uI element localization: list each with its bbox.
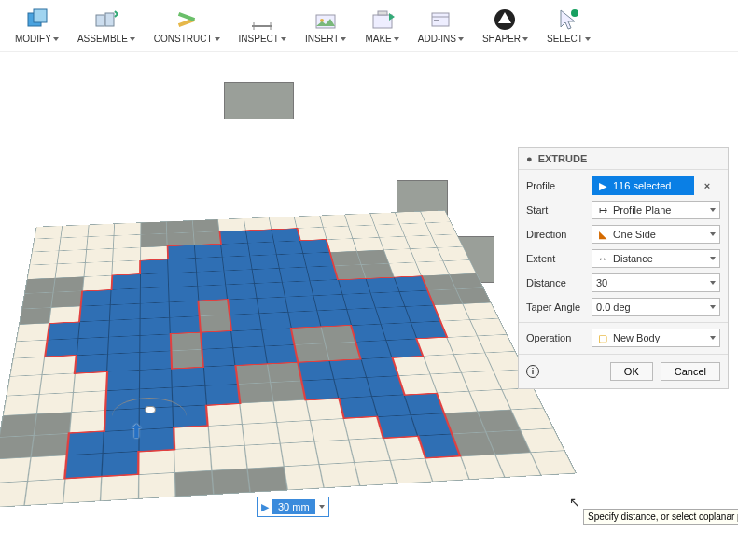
extent-dropdown[interactable]: ↔ Distance	[592, 249, 720, 268]
grid-cell[interactable]	[261, 328, 295, 346]
grid-cell[interactable]	[303, 252, 334, 267]
grid-cell[interactable]	[24, 278, 55, 294]
grid-cell[interactable]	[21, 292, 53, 309]
grid-cell[interactable]	[226, 284, 257, 300]
grid-cell[interactable]	[294, 216, 323, 229]
grid-cell[interactable]	[302, 379, 340, 399]
grid-cell[interactable]	[299, 360, 334, 380]
grid-cell[interactable]	[249, 255, 279, 270]
grid-cell[interactable]	[40, 373, 76, 394]
grid-cell[interactable]	[174, 426, 210, 449]
grid-cell[interactable]	[111, 288, 141, 304]
grid-cell[interactable]	[276, 254, 306, 269]
grid-cell[interactable]	[242, 422, 279, 445]
toolbar-assemble[interactable]: ASSEMBLE	[68, 4, 145, 48]
grid-cell[interactable]	[272, 400, 310, 423]
grid-cell[interactable]	[298, 227, 327, 240]
grid-cell[interactable]	[284, 464, 324, 490]
grid-cell[interactable]	[200, 315, 231, 332]
grid-cell[interactable]	[42, 356, 77, 375]
grid-cell[interactable]	[58, 249, 87, 263]
toolbar-addins[interactable]: ADD-INS	[409, 4, 473, 48]
grid-cell[interactable]	[140, 233, 167, 247]
grid-cell[interactable]	[166, 220, 193, 233]
grid-cell[interactable]	[114, 235, 141, 249]
grid-cell[interactable]	[61, 225, 89, 238]
grid-cell[interactable]	[279, 267, 310, 282]
grid-cell[interactable]	[45, 338, 78, 357]
grid-cell[interactable]	[276, 420, 314, 443]
grid-cell[interactable]	[78, 320, 110, 338]
grid-cell[interactable]	[108, 335, 140, 354]
grid-cell[interactable]	[167, 232, 194, 246]
grid-cell[interactable]	[208, 424, 244, 447]
grid-cell[interactable]	[75, 354, 108, 373]
grid-cell[interactable]	[231, 329, 264, 348]
grid-cell[interactable]	[88, 224, 115, 237]
grid-cell[interactable]	[320, 215, 349, 228]
grid-cell[interactable]	[462, 302, 498, 319]
grid-cell[interactable]	[171, 349, 203, 369]
grid-cell[interactable]	[197, 285, 227, 301]
profile-selection[interactable]: ▶ 116 selected	[592, 176, 694, 195]
grid-cell[interactable]	[285, 296, 317, 313]
taper-input[interactable]: 0.0 deg	[592, 298, 720, 316]
grid-cell[interactable]	[228, 298, 259, 315]
grid-cell[interactable]	[280, 441, 319, 466]
grid-cell[interactable]	[282, 281, 313, 297]
grid-cell[interactable]	[469, 318, 507, 336]
grid-cell[interactable]	[306, 399, 344, 421]
grid-cell[interactable]	[477, 334, 515, 353]
grid-cell[interactable]	[35, 226, 63, 239]
grid-cell[interactable]	[267, 362, 302, 382]
grid-cell[interactable]	[170, 332, 202, 351]
grid-cell[interactable]	[170, 316, 201, 334]
grid-cell[interactable]	[77, 337, 109, 356]
grid-cell[interactable]	[420, 210, 451, 223]
grid-cell[interactable]	[211, 469, 250, 495]
grid-cell[interactable]	[254, 282, 285, 298]
grid-cell[interactable]	[237, 383, 272, 404]
grid-cell[interactable]	[140, 317, 171, 335]
grid-cell[interactable]	[59, 237, 87, 251]
toolbar-inspect[interactable]: INSPECT	[230, 4, 296, 48]
grid-cell[interactable]	[141, 221, 167, 234]
grid-cell[interactable]	[140, 287, 169, 303]
ok-button[interactable]: OK	[610, 362, 653, 381]
grid-cell[interactable]	[247, 466, 287, 492]
grid-cell[interactable]	[73, 371, 107, 392]
grid-cell[interactable]	[139, 351, 171, 371]
grid-cell[interactable]	[319, 462, 360, 488]
grid-cell[interactable]	[67, 431, 104, 455]
grid-cell[interactable]	[300, 240, 330, 254]
grid-cell[interactable]	[194, 244, 222, 258]
grid-cell[interactable]	[235, 364, 270, 385]
toolbar-select[interactable]: SELECT	[537, 4, 600, 48]
grid-cell[interactable]	[71, 391, 105, 413]
grid-cell[interactable]	[244, 443, 283, 468]
grid-cell[interactable]	[219, 231, 247, 245]
grid-cell[interactable]	[35, 413, 72, 435]
grid-cell[interactable]	[0, 435, 35, 459]
grid-cell[interactable]	[140, 259, 168, 274]
grid-cell[interactable]	[291, 327, 326, 344]
grid-cell[interactable]	[51, 291, 82, 308]
grid-cell[interactable]	[193, 231, 221, 245]
grid-cell[interactable]	[114, 223, 140, 236]
grid-cell[interactable]	[425, 222, 457, 235]
grid-cell[interactable]	[329, 359, 366, 379]
grid-cell[interactable]	[167, 245, 195, 259]
grid-cell[interactable]	[339, 397, 377, 418]
grid-cell[interactable]	[288, 311, 322, 329]
profile-clear-button[interactable]: ×	[694, 180, 720, 191]
grid-cell[interactable]	[102, 452, 138, 477]
grid-cell[interactable]	[113, 247, 141, 261]
grid-cell[interactable]	[224, 270, 254, 285]
grid-cell[interactable]	[110, 303, 140, 320]
grid-cell[interactable]	[101, 474, 139, 500]
grid-cell[interactable]	[204, 384, 239, 405]
grid-cell[interactable]	[327, 239, 357, 253]
grid-cell[interactable]	[202, 348, 235, 368]
grid-cell[interactable]	[3, 394, 40, 415]
grid-cell[interactable]	[192, 219, 219, 232]
